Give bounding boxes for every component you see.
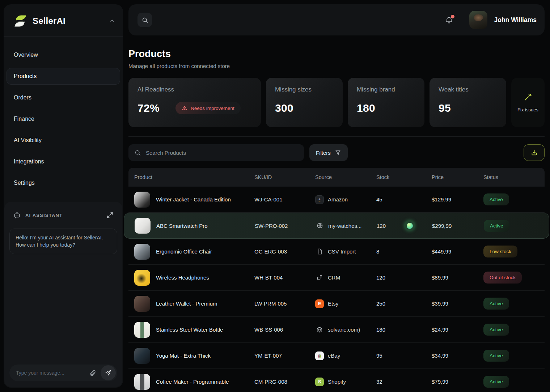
table-row[interactable]: Coffee Maker - Programmable CM-PRG-008 S… — [128, 369, 545, 392]
globe-icon — [315, 325, 324, 334]
product-thumbnail — [135, 218, 151, 234]
product-price: $79,99 — [432, 379, 483, 385]
product-price: $449,99 — [432, 248, 483, 255]
product-stock: 250 — [376, 301, 432, 307]
section-divider — [128, 136, 545, 137]
warning-triangle-icon — [182, 105, 187, 111]
fix-issues-button[interactable]: Fix issues — [511, 78, 545, 127]
assistant-input-bar — [9, 365, 117, 381]
chevron-up-icon[interactable] — [109, 18, 115, 24]
source-name: CSV Import — [328, 248, 356, 255]
notification-dot — [451, 15, 454, 18]
brand-header: SellerAI — [4, 4, 123, 37]
user-name: John Williams — [494, 16, 537, 24]
product-search-box — [128, 144, 304, 161]
table-row[interactable]: Ergonomic Office Chair OC-ERG-003 CSV Im… — [128, 239, 545, 265]
table-row-selected[interactable]: ABC Smartwatch Pro SW-PRO-002 my-watches… — [124, 213, 549, 239]
ai-assistant-panel: AI ASSISTANT Hello! I'm your AI assistan… — [4, 202, 122, 387]
product-price: $34,99 — [432, 353, 483, 359]
stats-cards: AI Readiness 72% Needs improvement Missi… — [128, 78, 545, 127]
sidebar-item-settings[interactable]: Settings — [7, 175, 120, 191]
assistant-title: AI ASSISTANT — [25, 213, 102, 218]
notifications-button[interactable] — [445, 16, 453, 24]
amazon-icon: a — [315, 195, 324, 204]
sidebar-item-finance[interactable]: Finance — [7, 111, 120, 127]
stat-card-ai-readiness: AI Readiness 72% Needs improvement — [128, 78, 261, 127]
robot-chat-icon — [13, 211, 21, 219]
product-stock: 45 — [376, 196, 432, 203]
product-search-input[interactable] — [146, 150, 298, 156]
product-sku: WB-SS-006 — [254, 327, 315, 333]
fix-issues-label: Fix issues — [517, 107, 538, 112]
product-price: $299,99 — [432, 223, 484, 229]
product-price: $129.99 — [432, 196, 483, 203]
table-row[interactable]: Yoga Mat - Extra Thick YM-ET-007 eBay 95… — [128, 343, 545, 369]
assistant-message: Hello! I'm your AI assistant for SellerA… — [9, 229, 117, 254]
ebay-bag-icon — [315, 351, 324, 360]
product-sku: SW-PRO-002 — [255, 223, 316, 229]
user-avatar[interactable] — [469, 11, 487, 29]
product-sku: WH-BT-004 — [254, 274, 315, 281]
sidebar-item-integrations[interactable]: Integrations — [7, 153, 120, 170]
product-name: Yoga Mat - Extra Thick — [156, 353, 211, 359]
col-sku: SKU/ID — [254, 174, 315, 180]
stat-label: AI Readiness — [138, 86, 252, 93]
table-row[interactable]: Winter Jacket - Canada Edition WJ-CA-001… — [128, 187, 545, 213]
table-row[interactable]: Leather Wallet - Premium LW-PRM-005 E Et… — [128, 291, 545, 317]
globe-icon — [316, 221, 324, 230]
product-stock: 8 — [376, 248, 432, 255]
product-thumbnail — [134, 348, 150, 364]
needs-improvement-badge: Needs improvement — [175, 102, 241, 114]
stat-card-missing-sizes: Missing sizes 300 — [266, 78, 343, 127]
product-thumbnail — [134, 270, 150, 286]
export-download-button[interactable] — [524, 144, 545, 161]
product-stock: 32 — [376, 379, 432, 385]
product-stock: 95 — [376, 353, 432, 359]
table-row[interactable]: Wireless Headphones WH-BT-004 CRM 120 $8… — [128, 265, 545, 291]
magic-wand-icon — [524, 93, 532, 102]
product-sku: CM-PRG-008 — [254, 379, 315, 385]
product-price: $39,99 — [432, 301, 483, 307]
table-row[interactable]: Stainless Steel Water Bottle WB-SS-006 s… — [128, 317, 545, 343]
expand-icon[interactable] — [106, 212, 114, 219]
status-badge: Active — [483, 350, 509, 362]
source-name: Etsy — [328, 301, 338, 307]
brand-name: SellerAI — [33, 16, 105, 26]
paperclip-icon — [89, 370, 96, 376]
main-content: John Williams Products Manage all produc… — [128, 0, 545, 392]
crm-grid-icon — [315, 273, 324, 282]
source-name: Shopify — [328, 379, 346, 385]
status-badge: Active — [483, 376, 509, 388]
top-header-bar: John Williams — [128, 4, 545, 35]
sidebar-item-products[interactable]: Products — [7, 68, 120, 85]
assistant-message-input[interactable] — [16, 370, 87, 376]
stat-value: 72% — [138, 102, 160, 114]
download-icon — [530, 149, 538, 157]
product-name: Ergonomic Office Chair — [156, 248, 212, 255]
svg-text:a: a — [319, 197, 321, 201]
attach-button[interactable] — [87, 367, 98, 379]
paper-plane-icon — [105, 370, 111, 376]
sidebar-item-orders[interactable]: Orders — [7, 89, 120, 106]
product-name: Wireless Headphones — [156, 274, 209, 281]
page-subtitle: Manage all products from connected store — [128, 63, 545, 69]
product-name: Coffee Maker - Programmable — [156, 379, 229, 385]
status-badge: Active — [483, 324, 509, 336]
stat-card-weak-titles: Weak titles 95 — [430, 78, 506, 127]
sidebar-item-overview[interactable]: Overview — [7, 47, 120, 63]
filters-button[interactable]: Filters — [309, 144, 348, 161]
ai-cursor-indicator — [404, 220, 415, 231]
shopify-bag-icon: S — [315, 378, 324, 386]
product-sku: WJ-CA-001 — [254, 196, 315, 203]
col-status: Status — [483, 174, 537, 180]
send-button[interactable] — [101, 365, 116, 380]
sidebar-item-ai-visibility[interactable]: AI Visibility — [7, 132, 120, 149]
table-header: Product SKU/ID Source Stock Price Status — [128, 168, 545, 187]
product-sku: OC-ERG-003 — [254, 248, 315, 255]
product-price: $24,99 — [432, 327, 483, 333]
products-table: Product SKU/ID Source Stock Price Status… — [128, 168, 545, 392]
global-search-button[interactable] — [138, 13, 152, 27]
etsy-icon: E — [315, 299, 324, 308]
product-thumbnail — [134, 192, 150, 208]
col-product: Product — [128, 174, 254, 180]
